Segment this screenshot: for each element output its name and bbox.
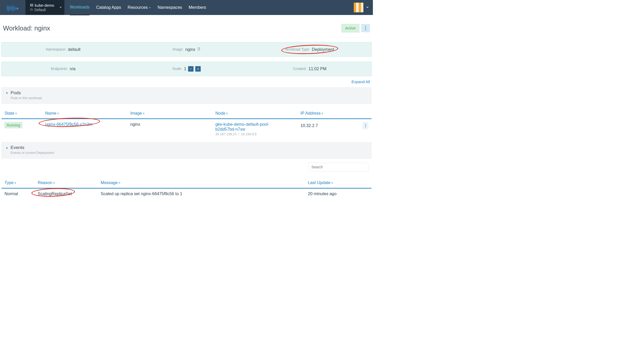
pod-node-link[interactable]: gke-kube-demo-default-pool-b2dd57bd-n7xw [215, 122, 280, 132]
top-navbar: kube-demo Default Workloads Catalog Apps… [0, 0, 373, 15]
stack-icon [30, 3, 33, 8]
pod-actions-button[interactable] [363, 122, 368, 129]
svg-rect-5 [12, 5, 13, 7]
svg-point-11 [365, 26, 366, 27]
workload-type-value: Deployment [312, 47, 334, 52]
svg-point-15 [365, 124, 366, 125]
chevron-down-icon[interactable] [366, 5, 369, 10]
col-ip[interactable]: IP Address⇅ [297, 109, 372, 119]
namespace-label: Namespace: [46, 47, 66, 51]
svg-rect-9 [30, 6, 33, 6]
col-image-label: Image [130, 111, 142, 116]
col-last-update-label: Last Update [308, 180, 331, 185]
events-search-input[interactable] [309, 163, 368, 171]
nav-members-label: Members [189, 5, 206, 10]
svg-point-13 [365, 29, 366, 30]
col-type[interactable]: Type⇅ [2, 179, 35, 188]
nav-resources[interactable]: Resources [128, 0, 151, 15]
expand-all-link[interactable]: Expand All [351, 80, 370, 84]
col-reason[interactable]: Reason⇅ [35, 179, 98, 188]
svg-rect-10 [30, 9, 33, 11]
chevron-down-icon [59, 6, 62, 9]
sort-icon: ⇅ [321, 112, 324, 115]
col-name-label: Name [45, 111, 56, 116]
pods-section: ▼ Pods Pods in this workload State⇅ Name… [2, 87, 372, 139]
svg-rect-14 [198, 48, 200, 50]
svg-point-12 [365, 28, 366, 28]
svg-rect-7 [30, 4, 33, 5]
info-workload-type: Workload Type: Deployment [248, 47, 371, 52]
scale-up-button[interactable]: + [195, 66, 201, 72]
sort-icon: ⇅ [118, 181, 121, 185]
pod-image: nginx [130, 122, 140, 127]
col-message-label: Message [101, 180, 118, 185]
col-state-label: State [4, 111, 14, 116]
pod-ip: 10.32.2.7 [300, 123, 318, 128]
sort-icon: ⇅ [53, 181, 55, 185]
pod-state-badge: Running [4, 122, 22, 128]
pod-row: Running nginx-66475f9c56-x2n2m nginx gke… [2, 119, 372, 139]
pods-header: ▼ Pods Pods in this workload [2, 87, 372, 104]
svg-rect-4 [7, 5, 9, 7]
pods-title: Pods [11, 90, 42, 95]
image-label: Image: [172, 47, 184, 51]
cluster-project-selector[interactable]: kube-demo Default [26, 0, 65, 15]
event-reason: ScalingReplicaSet [38, 192, 72, 196]
sort-icon: ⇅ [57, 112, 59, 115]
col-ip-label: IP Address [300, 111, 320, 116]
events-section: ▼ Events Events of current Deployment Ty… [2, 142, 372, 199]
events-search [309, 163, 368, 171]
page-title: Workload: nginx [3, 25, 50, 32]
nav-members[interactable]: Members [189, 0, 206, 15]
created-label: Created: [293, 67, 307, 71]
scale-value: 1 [184, 67, 186, 72]
col-node-label: Node [215, 111, 225, 116]
info-created: Created: 11:02 PM [248, 67, 371, 72]
col-state[interactable]: State⇅ [2, 109, 42, 119]
page-header: Workload: nginx Active [2, 18, 372, 37]
chevron-down-icon [148, 5, 151, 10]
svg-rect-1 [15, 7, 19, 10]
endpoints-label: Endpoints: [51, 67, 68, 71]
col-node[interactable]: Node⇅ [212, 109, 297, 119]
svg-point-16 [365, 125, 366, 126]
disclose-triangle-icon[interactable]: ▼ [5, 146, 8, 149]
image-value: nginx [185, 47, 195, 52]
clipboard-icon[interactable] [197, 47, 200, 52]
disclose-triangle-icon[interactable]: ▼ [5, 92, 8, 95]
pod-node-ips: 35.197.239.23 / 10.154.0.5 [215, 132, 294, 136]
nav-catalog-apps[interactable]: Catalog Apps [96, 0, 121, 15]
info-namespace: Namespace: default [2, 47, 125, 52]
col-last-update[interactable]: Last Update⇅ [305, 179, 372, 188]
user-avatar[interactable] [354, 3, 363, 12]
kebab-icon [365, 124, 366, 128]
rancher-logo[interactable] [0, 0, 26, 15]
event-message: Scaled up replica set nginx-66475f9c56 t… [101, 192, 182, 196]
event-type: Normal [4, 192, 18, 196]
events-table: Type⇅ Reason⇅ Message⇅ Last Update⇅ Norm… [2, 179, 372, 199]
kebab-icon [365, 26, 366, 30]
sort-icon: ⇅ [143, 112, 145, 115]
status-badge: Active [341, 24, 359, 33]
actions-menu-button[interactable] [361, 24, 370, 32]
scale-label: Scale: [172, 67, 182, 71]
col-type-label: Type [4, 180, 13, 185]
pod-name-link[interactable]: nginx-66475f9c56-x2n2m [45, 122, 92, 127]
nav-namespaces[interactable]: Namespaces [158, 0, 182, 15]
col-message[interactable]: Message⇅ [98, 179, 305, 188]
expand-all: Expand All [2, 80, 370, 84]
namespace-value: default [68, 47, 81, 52]
info-bar-1: Namespace: default Image: nginx Workload… [2, 42, 372, 57]
svg-point-17 [365, 126, 366, 127]
col-image[interactable]: Image⇅ [127, 109, 212, 119]
nav-workloads[interactable]: Workloads [70, 0, 89, 15]
svg-rect-8 [30, 5, 33, 5]
event-last-update: 20 minutes ago [308, 192, 336, 196]
nav-links: Workloads Catalog Apps Resources Namespa… [64, 0, 206, 15]
workload-type-label: Workload Type: [285, 47, 310, 51]
col-name[interactable]: Name⇅ [42, 109, 127, 119]
info-endpoints: Endpoints: n/a [2, 67, 125, 72]
nav-namespaces-label: Namespaces [158, 5, 182, 10]
scale-down-button[interactable]: − [188, 66, 194, 72]
events-header: ▼ Events Events of current Deployment [2, 142, 372, 159]
